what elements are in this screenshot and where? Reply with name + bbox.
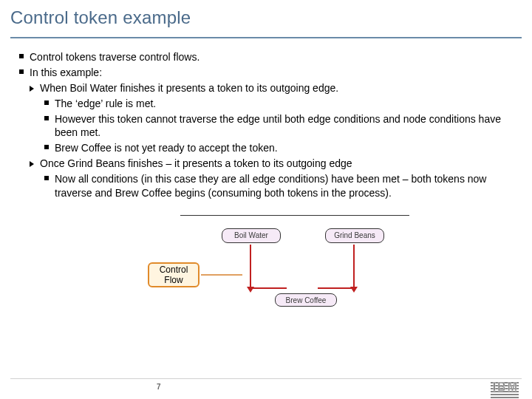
diagram-top-rule	[180, 215, 409, 216]
activity-diagram: Boil Water Grind Beans Brew Coffee Contr…	[103, 216, 429, 320]
activity-grind-beans: Grind Beans	[325, 228, 384, 243]
flow-arrow-boil	[250, 245, 251, 287]
callout-control-flow: Control Flow	[148, 262, 200, 287]
bullet-l3: However this token cannot traverse the e…	[44, 112, 513, 140]
activity-brew-coffee: Brew Coffee	[275, 293, 337, 307]
ibm-wordmark: IBM	[493, 381, 519, 394]
slide-body: Control tokens traverse control flows. I…	[0, 38, 532, 320]
callout-pointer	[201, 274, 242, 276]
bullet-l2: When Boil Water finishes it presents a t…	[30, 81, 513, 95]
slide-footer: 7 IBM	[0, 378, 532, 399]
page-number: 7	[157, 383, 161, 391]
slide-title: Control token example	[10, 7, 532, 28]
bullet-l2: Once Grind Beans finishes – it presents …	[30, 157, 513, 171]
bullet-l1: Control tokens traverse control flows.	[19, 50, 513, 64]
bullet-l3: The ‘edge’ rule is met.	[44, 97, 513, 111]
ibm-logo: IBM	[491, 381, 519, 398]
activity-boil-water: Boil Water	[222, 228, 281, 243]
flow-connector	[318, 287, 355, 289]
flow-arrow-grind	[353, 245, 355, 287]
footer-rule	[10, 378, 522, 379]
bullet-l1: In this example:	[19, 66, 513, 80]
bullet-l3: Brew Coffee is not yet ready to accept t…	[44, 141, 513, 155]
flow-connector	[250, 287, 287, 289]
bullet-l3: Now all conditions (in this case they ar…	[44, 172, 513, 200]
